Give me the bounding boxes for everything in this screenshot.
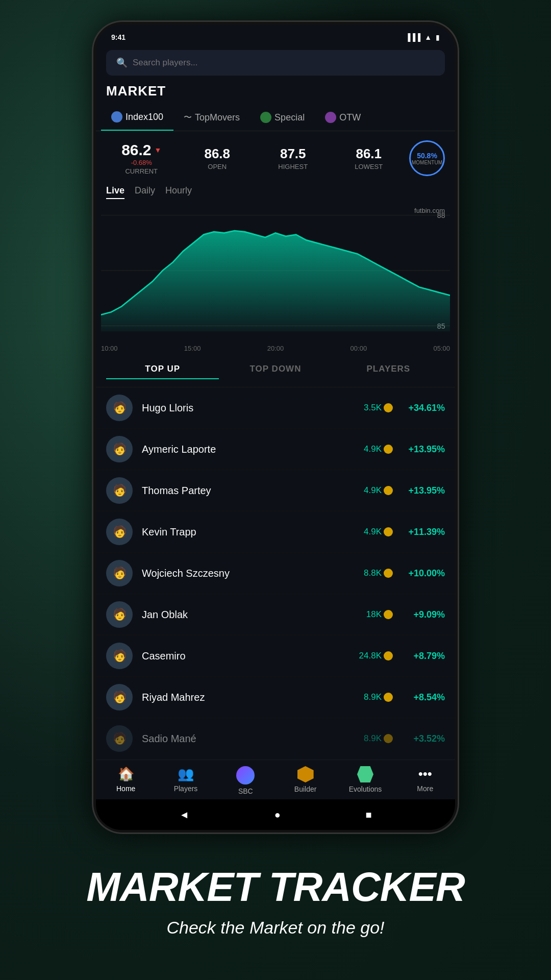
chart-source: futbin.com xyxy=(414,207,445,214)
home-button[interactable]: ● xyxy=(274,809,281,821)
time: 9:41 xyxy=(111,33,126,41)
segment-top-down[interactable]: TOP DOWN xyxy=(219,360,332,379)
status-bar: 9:41 ▐▐▐ ▲ ▮ xyxy=(96,24,455,50)
player-list: 🧑 Hugo Lloris 3.5K +34.61% 🧑 Aymeric Lap… xyxy=(96,387,455,760)
table-row[interactable]: 🧑 Casemiro 24.8K +8.79% xyxy=(96,635,455,677)
table-row[interactable]: 🧑 Wojciech Szczesny 8.8K +10.00% xyxy=(96,553,455,594)
players-icon: 👥 xyxy=(178,766,194,782)
market-title: MARKET xyxy=(106,83,166,99)
segment-players[interactable]: PLAYERS xyxy=(332,360,445,379)
chart-axis: 10:00 15:00 20:00 00:00 05:00 xyxy=(96,342,455,352)
chart-tabs: Live Daily Hourly xyxy=(96,185,455,199)
status-icons: ▐▐▐ ▲ ▮ xyxy=(405,33,440,41)
nav-builder[interactable]: Builder xyxy=(276,766,335,795)
stat-current: 86.2 ▼ -0.68% CURRENT xyxy=(106,141,177,175)
coin-icon xyxy=(384,403,393,412)
builder-icon xyxy=(297,766,314,782)
coin-icon xyxy=(384,610,393,619)
more-icon: ••• xyxy=(418,766,432,782)
chart-tab-daily[interactable]: Daily xyxy=(135,185,155,199)
wifi-icon: ▲ xyxy=(424,33,432,41)
market-chart: 88 85 xyxy=(101,204,450,337)
change-arrow: ▼ xyxy=(155,146,162,154)
table-row[interactable]: 🧑 Kevin Trapp 4.9K +11.39% xyxy=(96,511,455,553)
market-tabs: Index100 〜 TopMovers Special OTW xyxy=(96,104,455,131)
back-button[interactable]: ◄ xyxy=(179,809,189,821)
coin-icon xyxy=(384,486,393,495)
table-row[interactable]: 🧑 Jan Oblak 18K +9.09% xyxy=(96,594,455,635)
avatar: 🧑 xyxy=(106,725,133,752)
coin-icon xyxy=(384,445,393,454)
coin-icon xyxy=(384,651,393,660)
coin-icon xyxy=(384,527,393,536)
nav-players[interactable]: 👥 Players xyxy=(156,766,215,795)
market-header: MARKET xyxy=(96,81,455,104)
nav-sbc[interactable]: SBC xyxy=(216,766,276,795)
index100-icon xyxy=(111,111,122,122)
table-row[interactable]: 🧑 Aymeric Laporte 4.9K +13.95% xyxy=(96,429,455,470)
avatar: 🧑 xyxy=(106,395,133,421)
chart-area: futbin.com 88 85 xyxy=(101,204,450,337)
avatar: 🧑 xyxy=(106,436,133,462)
background: 9:41 ▐▐▐ ▲ ▮ 🔍 MARKET Index100 xyxy=(0,0,551,980)
avatar: 🧑 xyxy=(106,560,133,586)
android-nav-bar: ◄ ● ■ xyxy=(96,799,455,830)
home-icon: 🏠 xyxy=(118,766,134,782)
stat-highest: 87.5 HIGHEST xyxy=(258,146,329,170)
sbc-icon xyxy=(236,766,255,785)
search-input[interactable] xyxy=(133,58,435,68)
signal-icon: ▐▐▐ xyxy=(405,33,420,41)
stat-open: 86.8 OPEN xyxy=(182,146,253,170)
coin-icon xyxy=(384,734,393,743)
chart-tab-live[interactable]: Live xyxy=(106,185,124,199)
nav-home[interactable]: 🏠 Home xyxy=(96,766,156,795)
tab-otw[interactable]: OTW xyxy=(315,104,371,131)
avatar: 🧑 xyxy=(106,684,133,710)
phone-screen: 9:41 ▐▐▐ ▲ ▮ 🔍 MARKET Index100 xyxy=(96,24,455,830)
table-row[interactable]: 🧑 Riyad Mahrez 8.9K +8.54% xyxy=(96,677,455,718)
avatar: 🧑 xyxy=(106,601,133,628)
coin-icon xyxy=(384,693,393,702)
evolutions-icon xyxy=(357,766,373,782)
battery-icon: ▮ xyxy=(436,33,440,41)
marketing-section: MARKET TRACKER Check the Market on the g… xyxy=(0,834,551,978)
stats-row: 86.2 ▼ -0.68% CURRENT 86.8 OPEN 87.5 HIG… xyxy=(96,131,455,185)
search-icon: 🔍 xyxy=(116,57,128,68)
table-row[interactable]: 🧑 Sadio Mané 8.9K +3.52% xyxy=(96,718,455,760)
app-subtitle: Check the Market on the go! xyxy=(20,918,531,938)
nav-evolutions[interactable]: Evolutions xyxy=(335,766,395,795)
stat-lowest: 86.1 LOWEST xyxy=(334,146,405,170)
avatar: 🧑 xyxy=(106,477,133,504)
tab-index100[interactable]: Index100 xyxy=(101,104,173,131)
tab-topmovers[interactable]: 〜 TopMovers xyxy=(173,104,250,131)
coin-icon xyxy=(384,569,393,578)
nav-more[interactable]: ••• More xyxy=(395,766,455,795)
segment-control: TOP UP TOP DOWN PLAYERS xyxy=(96,352,455,387)
app-title: MARKET TRACKER xyxy=(20,865,531,910)
top-search-bar[interactable]: 🔍 xyxy=(106,50,445,76)
topmovers-icon: 〜 xyxy=(184,112,192,123)
avatar: 🧑 xyxy=(106,643,133,669)
chart-tab-hourly[interactable]: Hourly xyxy=(165,185,192,199)
special-icon xyxy=(260,112,271,123)
avatar: 🧑 xyxy=(106,519,133,545)
bottom-nav: 🏠 Home 👥 Players SBC Builder Evol xyxy=(96,760,455,799)
table-row[interactable]: 🧑 Hugo Lloris 3.5K +34.61% xyxy=(96,387,455,429)
table-row[interactable]: 🧑 Thomas Partey 4.9K +13.95% xyxy=(96,470,455,511)
segment-top-up[interactable]: TOP UP xyxy=(106,360,219,379)
momentum-circle: 50.8% MOMENTUM xyxy=(409,140,445,176)
otw-icon xyxy=(325,112,336,123)
recents-button[interactable]: ■ xyxy=(366,809,372,821)
phone-frame: 9:41 ▐▐▐ ▲ ▮ 🔍 MARKET Index100 xyxy=(92,20,459,834)
tab-special[interactable]: Special xyxy=(250,104,315,131)
